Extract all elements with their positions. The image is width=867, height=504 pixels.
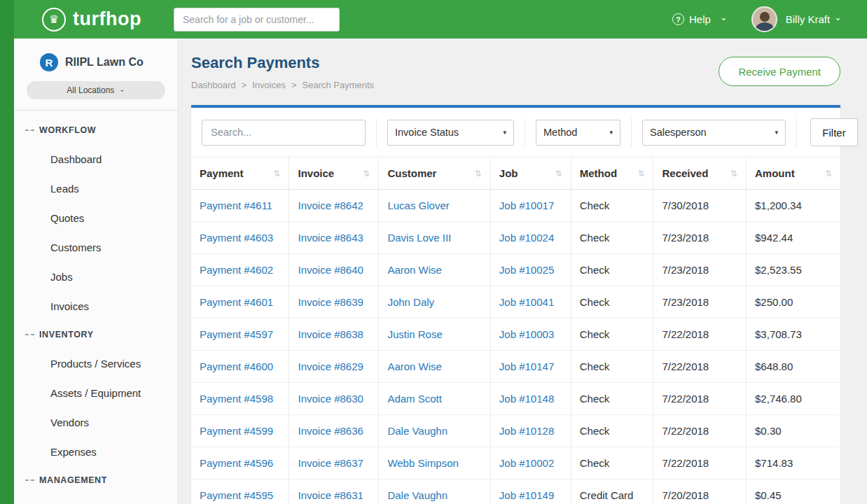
job-link[interactable]: Job #10128 (499, 425, 554, 437)
customer-link[interactable]: John Daly (387, 296, 434, 308)
column-header-payment[interactable]: Payment⇅ (191, 158, 289, 190)
invoice-link[interactable]: Invoice #8640 (298, 264, 363, 276)
invoice-cell: Invoice #8642 (289, 190, 379, 222)
sort-icon[interactable]: ⇅ (555, 169, 562, 178)
customer-link[interactable]: Davis Love III (387, 232, 451, 244)
invoice-cell: Invoice #8639 (289, 286, 379, 318)
customer-link[interactable]: Aaron Wise (387, 360, 442, 372)
invoice-link[interactable]: Invoice #8636 (298, 425, 363, 437)
sidebar-item-customers[interactable]: Customers (14, 232, 178, 262)
column-header-amount[interactable]: Amount⇅ (747, 158, 840, 190)
receive-payment-button[interactable]: Receive Payment (719, 57, 840, 86)
invoice-link[interactable]: Invoice #8642 (298, 200, 363, 211)
customer-cell: Lucas Glover (379, 190, 490, 222)
help-menu[interactable]: ? Help ⌄ (672, 13, 728, 25)
sidebar-item-leads[interactable]: Leads (14, 174, 178, 203)
payment-link[interactable]: Payment #4596 (200, 457, 273, 469)
invoice-link[interactable]: Invoice #8630 (298, 393, 363, 405)
invoice-status-select[interactable]: Invoice Status ▾ (387, 120, 514, 146)
help-icon: ? (672, 13, 684, 25)
sort-icon[interactable]: ⇅ (273, 169, 280, 178)
invoice-link[interactable]: Invoice #8638 (298, 328, 363, 340)
table-row: Payment #4611 Invoice #8642 Lucas Glover… (191, 190, 840, 222)
customer-cell: John Daly (379, 286, 490, 318)
filter-button[interactable]: Filter (810, 118, 858, 146)
customer-link[interactable]: Adam Scott (387, 393, 442, 405)
sort-icon[interactable]: ⇅ (730, 169, 737, 178)
sort-icon[interactable]: ⇅ (637, 169, 644, 178)
invoice-link[interactable]: Invoice #8637 (298, 457, 363, 469)
breadcrumb-dashboard[interactable]: Dashboard (191, 80, 236, 90)
amount-cell: $250.00 (747, 286, 840, 318)
chevron-down-icon: ⌄ (119, 85, 125, 93)
payment-link[interactable]: Payment #4595 (200, 489, 273, 501)
payment-link[interactable]: Payment #4598 (200, 393, 273, 405)
customer-link[interactable]: Aaron Wise (387, 264, 442, 276)
sidebar-item-products-services[interactable]: Products / Services (14, 349, 178, 378)
payment-link[interactable]: Payment #4600 (200, 360, 273, 372)
section-dashes-icon (25, 334, 34, 335)
global-search-input[interactable] (174, 8, 340, 31)
job-cell: Job #10024 (490, 222, 571, 254)
column-header-customer[interactable]: Customer⇅ (379, 158, 490, 190)
invoice-link[interactable]: Invoice #8629 (298, 360, 363, 372)
received-cell: 7/23/2018 (653, 222, 747, 254)
salesperson-select[interactable]: Salesperson ▾ (642, 120, 786, 146)
sidebar-item-invoices[interactable]: Invoices (14, 291, 178, 321)
sort-icon[interactable]: ⇅ (475, 169, 482, 178)
payment-link[interactable]: Payment #4601 (200, 296, 273, 308)
locations-dropdown[interactable]: All Locations ⌄ (27, 81, 165, 99)
customer-link[interactable]: Webb Simpson (387, 457, 458, 469)
breadcrumb-invoices[interactable]: Invoices (252, 80, 286, 90)
chevron-down-icon[interactable]: ⌄ (834, 12, 842, 22)
job-link[interactable]: Job #10002 (499, 457, 554, 469)
payment-cell: Payment #4598 (191, 383, 289, 415)
customer-link[interactable]: Justin Rose (387, 328, 442, 340)
job-link[interactable]: Job #10041 (499, 296, 554, 308)
payment-link[interactable]: Payment #4603 (200, 232, 273, 244)
received-cell: 7/22/2018 (653, 447, 747, 479)
title-block: Search Payments Dashboard > Invoices > S… (191, 54, 374, 90)
method-select[interactable]: Method ▾ (536, 120, 620, 146)
job-link[interactable]: Job #10017 (499, 200, 554, 211)
payment-link[interactable]: Payment #4599 (200, 425, 273, 437)
payment-link[interactable]: Payment #4602 (200, 264, 273, 276)
invoice-link[interactable]: Invoice #8639 (298, 296, 363, 308)
column-label: Job (499, 167, 518, 179)
customer-link[interactable]: Dale Vaughn (387, 489, 448, 501)
sort-icon[interactable]: ⇅ (825, 169, 832, 178)
column-header-invoice[interactable]: Invoice⇅ (289, 158, 379, 190)
column-header-job[interactable]: Job⇅ (490, 158, 571, 190)
sidebar-item-dashboard[interactable]: Dashboard (14, 144, 178, 174)
user-menu[interactable]: Billy Kraft (786, 13, 830, 25)
column-label: Customer (387, 167, 436, 179)
job-link[interactable]: Job #10003 (499, 328, 554, 340)
sidebar-item-jobs[interactable]: Jobs (14, 262, 178, 291)
job-link[interactable]: Job #10148 (499, 393, 554, 405)
invoice-cell: Invoice #8636 (289, 415, 379, 447)
column-header-method[interactable]: Method⇅ (571, 158, 653, 190)
sidebar-item-vendors[interactable]: Vendors (14, 407, 178, 437)
payment-cell: Payment #4601 (191, 286, 289, 318)
sort-icon[interactable]: ⇅ (363, 169, 370, 178)
invoice-link[interactable]: Invoice #8631 (298, 489, 363, 501)
invoice-link[interactable]: Invoice #8643 (298, 232, 363, 244)
job-link[interactable]: Job #10149 (499, 489, 554, 501)
user-avatar[interactable] (751, 6, 777, 32)
job-link[interactable]: Job #10024 (499, 232, 554, 244)
payment-link[interactable]: Payment #4597 (200, 328, 273, 340)
brand-logo[interactable]: ♛ turfhop (42, 8, 141, 31)
sidebar-item-quotes[interactable]: Quotes (14, 203, 178, 232)
customer-link[interactable]: Lucas Glover (387, 200, 449, 211)
main-content: Search Payments Dashboard > Invoices > S… (179, 38, 867, 504)
payment-link[interactable]: Payment #4611 (200, 200, 272, 211)
column-header-received[interactable]: Received⇅ (653, 158, 747, 190)
job-link[interactable]: Job #10147 (499, 360, 554, 372)
table-search-input[interactable] (202, 120, 366, 146)
page-title: Search Payments (191, 54, 374, 72)
sidebar-item-expenses[interactable]: Expenses (14, 437, 178, 466)
job-link[interactable]: Job #10025 (499, 264, 554, 276)
method-cell: Check (571, 415, 653, 447)
sidebar-item-assets-equipment[interactable]: Assets / Equipment (14, 378, 178, 407)
customer-link[interactable]: Dale Vaughn (387, 425, 448, 437)
